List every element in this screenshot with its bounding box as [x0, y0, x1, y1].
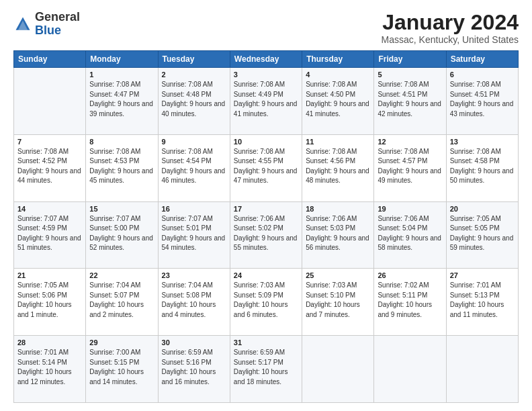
calendar-cell: 15Sunrise: 7:07 AMSunset: 5:00 PMDayligh… [86, 201, 158, 269]
logo-icon [13, 15, 32, 34]
weekday-header-saturday: Saturday [446, 51, 518, 68]
weekday-header-wednesday: Wednesday [230, 51, 302, 68]
day-info: Sunrise: 7:08 AMSunset: 4:50 PMDaylight:… [306, 80, 370, 119]
calendar-cell: 18Sunrise: 7:06 AMSunset: 5:03 PMDayligh… [302, 201, 374, 269]
day-number: 31 [234, 338, 298, 347]
day-number: 23 [162, 271, 226, 279]
day-number: 28 [17, 338, 82, 347]
day-info: Sunrise: 7:01 AMSunset: 5:14 PMDaylight:… [17, 348, 82, 387]
weekday-header-row: SundayMondayTuesdayWednesdayThursdayFrid… [14, 51, 519, 68]
calendar-body: 1Sunrise: 7:08 AMSunset: 4:47 PMDaylight… [14, 68, 519, 403]
day-number: 18 [306, 205, 370, 213]
calendar-cell: 27Sunrise: 7:01 AMSunset: 5:13 PMDayligh… [446, 269, 518, 336]
day-number: 1 [89, 71, 154, 79]
calendar-cell: 4Sunrise: 7:08 AMSunset: 4:50 PMDaylight… [302, 68, 374, 135]
day-number: 3 [234, 71, 298, 79]
weekday-header-tuesday: Tuesday [158, 51, 230, 68]
weekday-header-sunday: Sunday [14, 51, 86, 68]
calendar-cell: 31Sunrise: 6:59 AMSunset: 5:17 PMDayligh… [230, 336, 302, 403]
calendar-cell: 19Sunrise: 7:06 AMSunset: 5:04 PMDayligh… [374, 201, 446, 269]
calendar-week-4: 21Sunrise: 7:05 AMSunset: 5:06 PMDayligh… [14, 269, 519, 336]
location-text: Massac, Kentucky, United States [382, 34, 519, 45]
calendar-cell: 13Sunrise: 7:08 AMSunset: 4:58 PMDayligh… [446, 134, 518, 201]
day-number: 16 [162, 205, 226, 213]
day-info: Sunrise: 7:07 AMSunset: 5:00 PMDaylight:… [89, 214, 154, 253]
calendar-cell: 30Sunrise: 6:59 AMSunset: 5:16 PMDayligh… [158, 336, 230, 403]
day-number: 22 [89, 271, 154, 279]
calendar-cell: 11Sunrise: 7:08 AMSunset: 4:56 PMDayligh… [302, 134, 374, 201]
calendar-cell: 23Sunrise: 7:04 AMSunset: 5:08 PMDayligh… [158, 269, 230, 336]
day-info: Sunrise: 7:05 AMSunset: 5:06 PMDaylight:… [17, 281, 82, 320]
day-number: 13 [450, 138, 515, 146]
day-info: Sunrise: 7:06 AMSunset: 5:04 PMDaylight:… [378, 214, 442, 253]
calendar-cell: 21Sunrise: 7:05 AMSunset: 5:06 PMDayligh… [14, 269, 86, 336]
day-number: 6 [450, 71, 515, 79]
day-number: 14 [17, 205, 82, 213]
calendar-cell: 25Sunrise: 7:03 AMSunset: 5:10 PMDayligh… [302, 269, 374, 336]
day-number: 8 [89, 138, 154, 146]
day-number: 30 [162, 338, 226, 347]
calendar-cell [302, 336, 374, 403]
day-number: 4 [306, 71, 370, 79]
day-info: Sunrise: 7:08 AMSunset: 4:52 PMDaylight:… [17, 147, 82, 186]
day-info: Sunrise: 7:02 AMSunset: 5:11 PMDaylight:… [378, 281, 442, 320]
calendar-week-3: 14Sunrise: 7:07 AMSunset: 4:59 PMDayligh… [14, 201, 519, 269]
day-number: 19 [378, 205, 442, 213]
calendar-cell: 22Sunrise: 7:04 AMSunset: 5:07 PMDayligh… [86, 269, 158, 336]
calendar-cell: 7Sunrise: 7:08 AMSunset: 4:52 PMDaylight… [14, 134, 86, 201]
calendar-cell: 9Sunrise: 7:08 AMSunset: 4:54 PMDaylight… [158, 134, 230, 201]
day-info: Sunrise: 7:08 AMSunset: 4:53 PMDaylight:… [89, 147, 154, 186]
calendar-page: General Blue January 2024 Massac, Kentuc… [0, 0, 532, 411]
day-number: 7 [17, 138, 82, 146]
day-number: 11 [306, 138, 370, 146]
day-number: 27 [450, 271, 515, 279]
calendar-cell: 12Sunrise: 7:08 AMSunset: 4:57 PMDayligh… [374, 134, 446, 201]
calendar-cell: 5Sunrise: 7:08 AMSunset: 4:51 PMDaylight… [374, 68, 446, 135]
day-number: 25 [306, 271, 370, 279]
calendar-cell: 8Sunrise: 7:08 AMSunset: 4:53 PMDaylight… [86, 134, 158, 201]
day-info: Sunrise: 7:08 AMSunset: 4:51 PMDaylight:… [450, 80, 515, 119]
calendar-cell [374, 336, 446, 403]
weekday-header-friday: Friday [374, 51, 446, 68]
weekday-header-thursday: Thursday [302, 51, 374, 68]
day-info: Sunrise: 7:08 AMSunset: 4:51 PMDaylight:… [378, 80, 442, 119]
calendar-week-1: 1Sunrise: 7:08 AMSunset: 4:47 PMDaylight… [14, 68, 519, 135]
title-block: January 2024 Massac, Kentucky, United St… [382, 11, 519, 45]
calendar-cell: 20Sunrise: 7:05 AMSunset: 5:05 PMDayligh… [446, 201, 518, 269]
calendar-cell: 1Sunrise: 7:08 AMSunset: 4:47 PMDaylight… [86, 68, 158, 135]
day-number: 17 [234, 205, 298, 213]
day-info: Sunrise: 7:08 AMSunset: 4:47 PMDaylight:… [89, 80, 154, 119]
logo: General Blue [13, 11, 80, 38]
day-info: Sunrise: 7:07 AMSunset: 5:01 PMDaylight:… [162, 214, 226, 253]
day-info: Sunrise: 7:01 AMSunset: 5:13 PMDaylight:… [450, 281, 515, 320]
calendar-cell [446, 336, 518, 403]
day-info: Sunrise: 7:08 AMSunset: 4:57 PMDaylight:… [378, 147, 442, 186]
day-number: 29 [89, 338, 154, 347]
day-number: 12 [378, 138, 442, 146]
calendar-cell: 28Sunrise: 7:01 AMSunset: 5:14 PMDayligh… [14, 336, 86, 403]
day-info: Sunrise: 7:08 AMSunset: 4:55 PMDaylight:… [234, 147, 298, 186]
calendar-cell [14, 68, 86, 135]
calendar-cell: 24Sunrise: 7:03 AMSunset: 5:09 PMDayligh… [230, 269, 302, 336]
calendar-cell: 16Sunrise: 7:07 AMSunset: 5:01 PMDayligh… [158, 201, 230, 269]
calendar-cell: 26Sunrise: 7:02 AMSunset: 5:11 PMDayligh… [374, 269, 446, 336]
day-number: 21 [17, 271, 82, 279]
calendar-week-5: 28Sunrise: 7:01 AMSunset: 5:14 PMDayligh… [14, 336, 519, 403]
calendar-table: SundayMondayTuesdayWednesdayThursdayFrid… [13, 50, 519, 403]
day-number: 26 [378, 271, 442, 279]
day-info: Sunrise: 7:04 AMSunset: 5:07 PMDaylight:… [89, 281, 154, 320]
day-info: Sunrise: 7:00 AMSunset: 5:15 PMDaylight:… [89, 348, 154, 387]
calendar-cell: 17Sunrise: 7:06 AMSunset: 5:02 PMDayligh… [230, 201, 302, 269]
logo-blue-text: Blue [35, 24, 61, 37]
day-info: Sunrise: 7:08 AMSunset: 4:48 PMDaylight:… [162, 80, 226, 119]
day-number: 5 [378, 71, 442, 79]
day-info: Sunrise: 7:08 AMSunset: 4:54 PMDaylight:… [162, 147, 226, 186]
calendar-cell: 10Sunrise: 7:08 AMSunset: 4:55 PMDayligh… [230, 134, 302, 201]
day-info: Sunrise: 7:05 AMSunset: 5:05 PMDaylight:… [450, 214, 515, 253]
day-info: Sunrise: 7:08 AMSunset: 4:58 PMDaylight:… [450, 147, 515, 186]
day-number: 9 [162, 138, 226, 146]
day-info: Sunrise: 6:59 AMSunset: 5:17 PMDaylight:… [234, 348, 298, 387]
day-number: 15 [89, 205, 154, 213]
weekday-header-monday: Monday [86, 51, 158, 68]
calendar-header: SundayMondayTuesdayWednesdayThursdayFrid… [14, 51, 519, 68]
